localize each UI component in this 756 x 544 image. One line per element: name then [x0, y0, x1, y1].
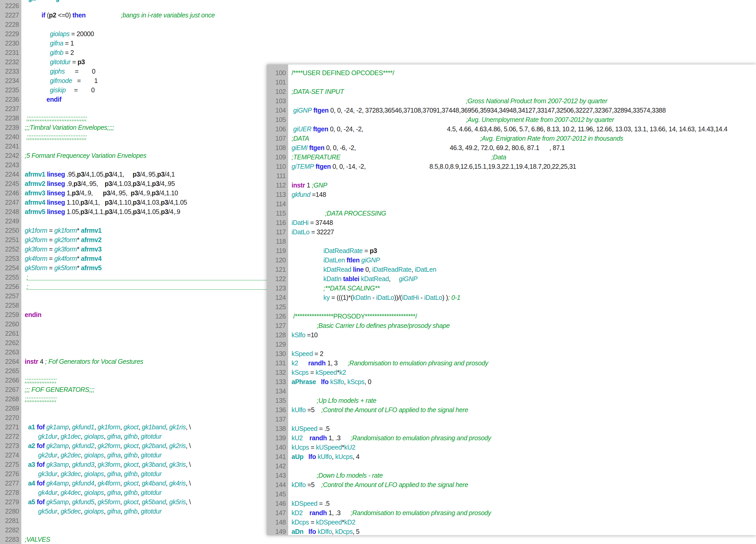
code-text: ;Up Lfo models + rate	[288, 396, 756, 405]
line-number: 2273	[0, 441, 21, 450]
line-number: 2256	[0, 282, 21, 291]
line-number: 143	[267, 471, 288, 480]
line-number: 117	[267, 227, 288, 237]
line-number: 2281	[0, 516, 21, 525]
code-text: ;DATA ;Avg. Emigration Rate from 2007-20…	[288, 134, 756, 143]
code-text: kDatRead line 0, iDatReadRate, iDatLen	[288, 265, 756, 274]
line-number: 2227	[0, 10, 21, 20]
line-number: 2272	[0, 432, 21, 441]
code-text: ;Avg. Unemployment Rate from 2007-2012 b…	[288, 115, 756, 124]
code-line: 116iDatHi = 37448	[267, 218, 756, 227]
code-text: giEMI ftgen 0, 0, -6, -2, 46.3, 49.2, 72…	[288, 143, 756, 152]
code-text: /****************PROSODY****************…	[288, 312, 756, 321]
code-text	[288, 77, 756, 87]
code-text: kDcps = kDSpeed*kD2	[288, 517, 756, 527]
code-line: 127 ;Basic Carrier Lfo defines phrase/pr…	[267, 321, 756, 330]
code-text: kSpeed = 2	[288, 349, 756, 358]
code-text: kUlfo =5 ;Control the Amount of LFO appl…	[288, 405, 756, 415]
line-number: 140	[267, 443, 288, 452]
line-number: 141	[267, 452, 288, 461]
line-number: 2251	[0, 235, 21, 244]
line-number: 115	[267, 209, 288, 218]
code-line: 144kDlfo =5 ;Control the Amount of LFO a…	[267, 480, 756, 489]
line-number: 2237	[0, 104, 21, 113]
line-number: 2235	[0, 85, 21, 95]
line-number: 136	[267, 405, 288, 415]
code-line: 105 ;Avg. Unemployment Rate from 2007-20…	[267, 115, 756, 124]
line-number: 2267	[0, 385, 21, 394]
line-number: 142	[267, 461, 288, 471]
code-text	[288, 340, 756, 349]
line-number: 2254	[0, 263, 21, 273]
line-number: 116	[267, 218, 288, 227]
code-line: 143 ;Down Lfo models - rate	[267, 471, 756, 480]
line-number: 132	[267, 368, 288, 377]
line-number: 123	[267, 283, 288, 293]
line-number: 2280	[0, 507, 21, 516]
code-text: giUER ftgen 0, 0, -24, -2, 4.5, 4.66, 4.…	[288, 124, 756, 134]
line-number: 2233	[0, 67, 21, 76]
code-text: giolaps = 20000	[21, 29, 756, 38]
code-line: 138kUSpeed = .5	[267, 424, 756, 433]
line-number: 2226	[0, 1, 21, 10]
code-line: 101	[267, 77, 756, 87]
code-text: ;DATA-SET INPUT	[288, 87, 756, 96]
code-text: iDatHi = 37448	[288, 218, 756, 227]
code-text: aDn lfo kDlfo, kDcps, 5	[288, 527, 756, 535]
line-number: 2239	[0, 123, 21, 132]
line-number: 105	[267, 115, 288, 124]
line-number: 2238	[0, 113, 21, 123]
line-number: 128	[267, 330, 288, 340]
code-line: 107;DATA ;Avg. Emigration Rate from 2007…	[267, 134, 756, 143]
code-text	[288, 386, 756, 396]
line-number: 2243	[0, 160, 21, 170]
code-area-right[interactable]: 100/****USER DEFINED OPCODES****/101102;…	[267, 68, 756, 535]
code-text: giGNP ftgen 0, 0, -24, -2, 37283,36546,3…	[288, 106, 756, 115]
code-line: 129	[267, 340, 756, 349]
code-line: 123 ;**DATA SCALING**	[267, 283, 756, 293]
line-number: 110	[267, 162, 288, 171]
code-text: kDatIn tablei kDatRead, giGNP	[288, 274, 756, 283]
line-number: 130	[267, 349, 288, 358]
code-line: 2227 if (p2 <=0) then ;bangs in i-rate v…	[0, 10, 756, 20]
line-number: 100	[267, 68, 288, 77]
code-line: 121 kDatRead line 0, iDatReadRate, iDatL…	[267, 265, 756, 274]
code-line: 140kUcps = kUSpeed*kU2	[267, 443, 756, 452]
code-line: 130kSpeed = 2	[267, 349, 756, 358]
line-number: 2278	[0, 488, 21, 497]
line-number: 109	[267, 152, 288, 162]
line-number: 2261	[0, 329, 21, 338]
line-number: 2277	[0, 478, 21, 488]
code-line: 119 iDatReadRate = p3	[267, 246, 756, 255]
line-number: 2247	[0, 198, 21, 207]
line-number: 2258	[0, 301, 21, 310]
code-line: 136kUlfo =5 ;Control the Amount of LFO a…	[267, 405, 756, 415]
line-number: 137	[267, 415, 288, 424]
line-number: 129	[267, 340, 288, 349]
line-number: 106	[267, 124, 288, 134]
code-line: 2231 gifnb = 2	[0, 48, 756, 57]
line-number: 2276	[0, 469, 21, 478]
code-line: 126 /****************PROSODY************…	[267, 312, 756, 321]
line-number: 2234	[0, 76, 21, 85]
code-text: k2 randh 1, 3 ;Randomisation to emulatio…	[288, 358, 756, 368]
code-line: 134	[267, 386, 756, 396]
line-number: 2241	[0, 141, 21, 151]
code-text: kDlfo =5 ;Control the Amount of LFO appl…	[288, 480, 756, 489]
line-number: 126	[267, 312, 288, 321]
code-line: 147kD2 randh 1, .3 ;Randomisation to emu…	[267, 508, 756, 517]
code-text: gifna = 1	[21, 38, 756, 48]
line-number: 2232	[0, 57, 21, 67]
line-number: 2228	[0, 20, 21, 29]
code-text: kUSpeed = .5	[288, 424, 756, 433]
line-number: 2230	[0, 38, 21, 48]
code-text	[288, 461, 756, 471]
line-number: 127	[267, 321, 288, 330]
line-number: 139	[267, 433, 288, 443]
code-text: gifnb = 2	[21, 48, 756, 57]
code-text: ;VALVES	[21, 535, 756, 544]
code-text: ;**DATA SCALING**	[288, 283, 756, 293]
line-number: 2246	[0, 188, 21, 198]
code-text	[288, 489, 756, 499]
code-text	[288, 199, 756, 209]
